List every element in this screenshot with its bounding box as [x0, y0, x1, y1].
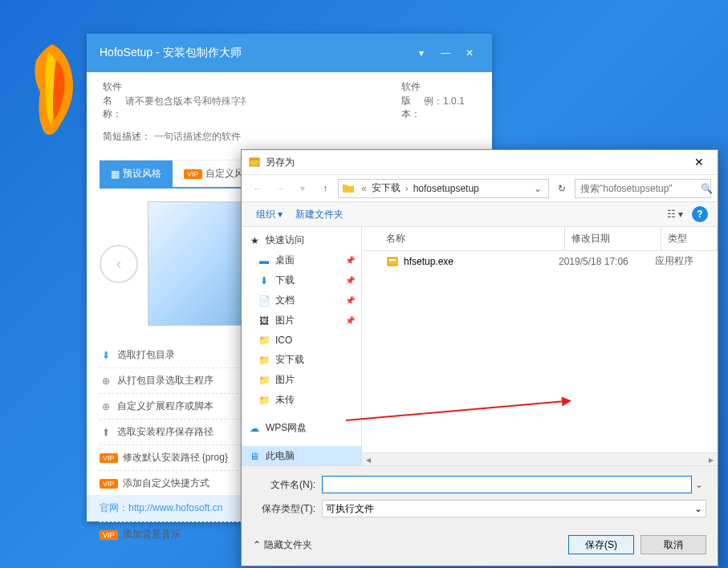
filename-input[interactable]	[322, 476, 692, 493]
preset-icon: ▦	[111, 168, 120, 180]
file-list-header: 名称 修改日期 类型	[362, 227, 718, 251]
cancel-button[interactable]: 取消	[641, 535, 706, 554]
opt-label: 选取打包目录	[117, 348, 175, 362]
organize-button[interactable]: 组织 ▾	[251, 206, 287, 223]
new-folder-button[interactable]: 新建文件夹	[291, 206, 348, 223]
sidebar-wps[interactable]: ☁WPS网盘	[242, 418, 361, 438]
vip-badge: VIP	[100, 453, 118, 463]
folder-out-icon: ⬇	[100, 349, 112, 362]
sidebar-anxz[interactable]: 📁安下载	[242, 350, 361, 370]
sb-label: 此电脑	[266, 449, 295, 463]
scroll-left-icon[interactable]: ◂	[362, 454, 375, 465]
sidebar-documents[interactable]: 📄文档📌	[242, 290, 361, 310]
close-button[interactable]: ✕	[687, 152, 711, 172]
name-label: 软件名称：	[103, 80, 122, 121]
col-type[interactable]: 类型	[661, 227, 718, 250]
dropdown-icon[interactable]: ▾	[412, 43, 431, 63]
col-name[interactable]: 名称	[362, 227, 565, 250]
dlg-titlebar: 另存为 ✕	[242, 150, 718, 174]
filename-dropdown[interactable]: ⌄	[692, 479, 706, 490]
opt-label: 修改默认安装路径 {prog}	[123, 451, 228, 465]
savetype-value: 可执行文件	[326, 502, 374, 516]
folder-icon: 📁	[258, 354, 270, 367]
app-icon	[248, 156, 261, 168]
chevron-up-icon: ⌃	[253, 539, 261, 550]
sidebar-ico[interactable]: 📁ICO	[242, 331, 361, 350]
toolbar: 组织 ▾ 新建文件夹 ☷ ▾ ?	[242, 201, 718, 227]
save-button[interactable]: 保存(S)	[568, 535, 634, 554]
content-area: ★快速访问 ▬桌面📌 ⬇下载📌 📄文档📌 🖼图片📌 📁ICO 📁安下载 📁图片 …	[242, 227, 718, 465]
view-button[interactable]: ☷ ▾	[661, 206, 689, 222]
sidebar-desktop[interactable]: ▬桌面📌	[242, 250, 361, 270]
prev-button[interactable]: ‹	[100, 245, 138, 283]
name-input[interactable]	[122, 92, 249, 110]
main-titlebar: HofoSetup - 安装包制作大师 ▾ — ✕	[87, 34, 492, 72]
desc-input[interactable]	[151, 128, 476, 145]
dlg-title: 另存为	[266, 156, 687, 169]
plus-icon: ⊕	[100, 375, 112, 387]
version-label: 软件版本：	[401, 80, 421, 121]
forward-button[interactable]: →	[270, 179, 290, 198]
close-icon[interactable]: ✕	[460, 43, 479, 63]
nav-bar: ← → ▾ ↑ « 安下载 › hofosetupsetup ⌄ ↻ 🔍	[242, 174, 718, 201]
savetype-select[interactable]: 可执行文件 ⌄	[322, 500, 706, 517]
search-icon: 🔍	[701, 183, 713, 194]
sidebar-pictures2[interactable]: 📁图片	[242, 370, 361, 390]
sidebar-pictures[interactable]: 🖼图片📌	[242, 310, 361, 331]
folder-icon	[342, 182, 355, 195]
desktop-icon: ▬	[258, 254, 270, 267]
pin-icon: 📌	[345, 316, 355, 325]
file-type: 应用程序	[655, 254, 711, 268]
tab-preset[interactable]: ▦ 预设风格	[100, 160, 173, 187]
file-list-body[interactable]: hfsetup.exe 2019/5/18 17:06 应用程序	[362, 251, 718, 452]
phoenix-logo	[12, 36, 92, 148]
main-title: HofoSetup - 安装包制作大师	[100, 46, 407, 60]
back-button[interactable]: ←	[248, 179, 267, 198]
search-box[interactable]: 🔍	[575, 179, 711, 198]
sidebar: ★快速访问 ▬桌面📌 ⬇下载📌 📄文档📌 🖼图片📌 📁ICO 📁安下载 📁图片 …	[242, 227, 362, 465]
recent-dropdown[interactable]: ▾	[293, 179, 312, 198]
search-input[interactable]	[580, 183, 701, 194]
breadcrumb-dropdown[interactable]: ⌄	[531, 183, 545, 194]
footer-url: http://www.hofosoft.cn	[128, 502, 222, 513]
opt-label: 自定义扩展程序或脚本	[117, 400, 214, 413]
savetype-label: 保存类型(T):	[253, 502, 322, 516]
chevron-icon: «	[358, 183, 370, 194]
bottom-form: 文件名(N): ⌄ 保存类型(T): 可执行文件 ⌄	[242, 465, 718, 529]
sidebar-this-pc[interactable]: 🖥此电脑	[242, 446, 361, 465]
version-input[interactable]	[421, 92, 485, 110]
minimize-icon[interactable]: —	[436, 43, 455, 63]
sidebar-downloads[interactable]: ⬇下载📌	[242, 270, 361, 290]
h-scrollbar[interactable]: ◂ ▸	[362, 452, 718, 465]
folder-icon: 📁	[258, 374, 270, 387]
vip-badge: VIP	[184, 169, 202, 179]
col-date[interactable]: 修改日期	[565, 227, 661, 250]
form-row-desc: 简短描述：	[87, 121, 492, 152]
opt-label: 添加自定义快捷方式	[123, 477, 209, 490]
star-icon: ★	[248, 234, 261, 247]
breadcrumb[interactable]: « 安下载 › hofosetupsetup ⌄	[338, 179, 549, 198]
scroll-right-icon[interactable]: ▸	[705, 454, 718, 465]
save-dialog: 另存为 ✕ ← → ▾ ↑ « 安下载 › hofosetupsetup ⌄ ↻…	[241, 149, 718, 566]
sb-label: WPS网盘	[266, 421, 307, 435]
pin-icon: 📌	[345, 256, 355, 265]
hide-folders-button[interactable]: ⌃ 隐藏文件夹	[253, 538, 312, 552]
up-button[interactable]: ↑	[315, 179, 335, 198]
sb-label: ICO	[275, 335, 292, 346]
bc-seg1[interactable]: 安下载	[370, 181, 402, 195]
file-row[interactable]: hfsetup.exe 2019/5/18 17:06 应用程序	[362, 251, 718, 271]
pin-icon: 📌	[345, 276, 355, 285]
sidebar-quick-access[interactable]: ★快速访问	[242, 230, 361, 250]
svg-rect-3	[389, 259, 396, 261]
sb-label: 未传	[275, 393, 295, 407]
sb-label: 图片	[275, 373, 295, 387]
help-button[interactable]: ?	[692, 206, 708, 222]
refresh-button[interactable]: ↻	[552, 179, 571, 198]
bc-seg2[interactable]: hofosetupsetup	[412, 183, 481, 194]
hide-folders-label: 隐藏文件夹	[264, 538, 312, 552]
sidebar-weichuan[interactable]: 📁未传	[242, 390, 361, 410]
opt-label: 添加背景音乐	[123, 528, 181, 542]
file-date: 2019/5/18 17:06	[559, 256, 655, 267]
folder-icon: 📁	[258, 394, 270, 407]
sb-label: 安下载	[275, 353, 304, 367]
